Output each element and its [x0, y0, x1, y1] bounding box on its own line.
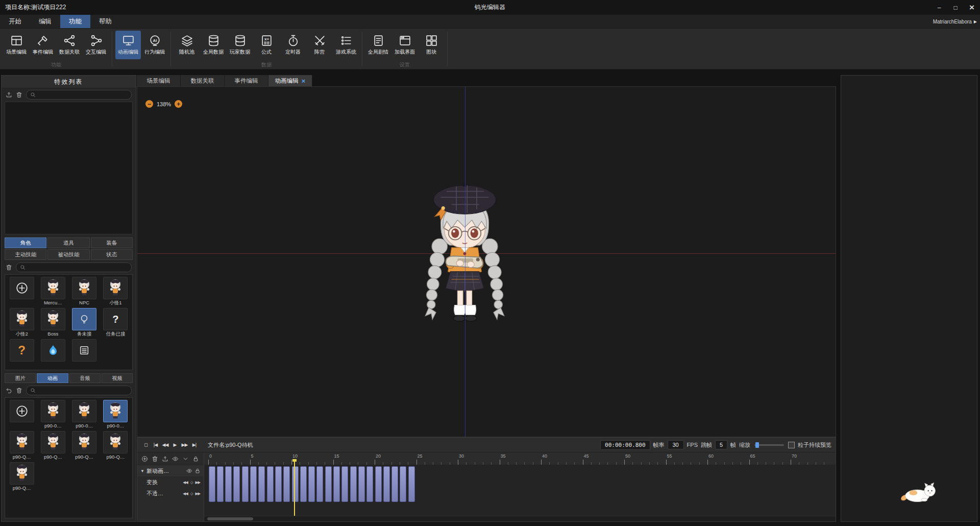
keyframe-area[interactable] [204, 465, 836, 516]
character-item-1[interactable] [7, 277, 36, 306]
menu-item-1[interactable]: 开始 [0, 15, 30, 28]
character-item-6[interactable]: Boss [38, 308, 67, 337]
track-group-header[interactable]: ▼ 新动画… [137, 465, 204, 476]
media-tab-3[interactable]: 音频 [69, 373, 101, 383]
editor-tab-2[interactable]: 数据关联 [181, 75, 225, 86]
next-keyframe-button[interactable]: ▶▶ [194, 480, 201, 485]
loop-icon[interactable]: ◻ [141, 441, 150, 449]
ribbon-button-swords[interactable]: 阵营 [307, 31, 332, 59]
keyframe-bar[interactable] [300, 466, 307, 502]
character-search-box[interactable] [16, 262, 132, 272]
track-row-transform[interactable]: 变换 ◀◀ ◇ ▶▶ [137, 476, 204, 488]
character-item-9[interactable]: ? [7, 339, 36, 368]
animation-item-5[interactable]: p90-Q… [7, 431, 36, 460]
effects-list-empty[interactable] [5, 102, 133, 234]
minimize-button[interactable]: – [931, 0, 947, 15]
media-tab-4[interactable]: 视频 [102, 373, 133, 383]
animation-item-4[interactable]: p90-0… [101, 400, 130, 429]
character-item-2[interactable]: Mercu… [38, 277, 67, 306]
editor-tab-1[interactable]: 场景编辑 [137, 75, 181, 86]
frameskip-input[interactable] [715, 440, 727, 449]
tab-close-icon[interactable]: × [302, 78, 306, 84]
track-row-opacity[interactable]: 不透… ◀◀ ◇ ▶▶ [137, 488, 204, 499]
category-tab-1[interactable]: 角色 [5, 237, 46, 248]
ribbon-button-stopwatch[interactable]: 定时器 [280, 31, 306, 59]
skip-end-icon[interactable]: ▶| [190, 441, 199, 449]
keyframe-bar[interactable] [308, 466, 315, 502]
keyframe-bar[interactable] [333, 466, 340, 502]
eye-icon[interactable] [186, 468, 192, 474]
media-tab-2[interactable]: 动画 [37, 373, 68, 383]
character-item-3[interactable]: NPC [70, 277, 99, 306]
trash-button[interactable] [16, 387, 22, 394]
character-item-7[interactable]: 务未接 [70, 308, 99, 337]
lock-button[interactable] [192, 456, 199, 462]
ribbon-button-tiles[interactable]: 图块 [419, 31, 444, 59]
trash-button[interactable] [16, 91, 22, 98]
character-item-5[interactable]: 小怪2 [7, 308, 36, 337]
close-button[interactable]: × [964, 0, 980, 15]
keyframe-bar[interactable] [408, 466, 415, 502]
character-item-11[interactable] [70, 339, 99, 368]
ribbon-button-ai[interactable]: AI行为编辑 [142, 31, 167, 59]
next-keyframe-button[interactable]: ▶▶ [194, 491, 201, 496]
ribbon-button-share-nodes[interactable]: 交互编辑 [83, 31, 109, 59]
keyframe-bar[interactable] [400, 466, 406, 502]
animation-item-2[interactable]: p90-0… [38, 400, 67, 429]
slider-handle[interactable] [755, 442, 759, 448]
keyframe-bar[interactable] [325, 466, 332, 502]
keyframe-bar[interactable] [366, 466, 373, 502]
media-tab-1[interactable]: 图片 [5, 373, 36, 383]
trash-button[interactable] [6, 264, 12, 271]
prev-keyframe-button[interactable]: ◀◀ [182, 480, 188, 485]
keyframe-bar[interactable] [225, 466, 232, 502]
animation-item-8[interactable]: p90-Q… [101, 431, 130, 460]
chevron-down-button[interactable] [182, 456, 189, 462]
category-tab-3[interactable]: 装备 [91, 237, 133, 248]
playhead[interactable] [294, 459, 295, 516]
character-search-input[interactable] [28, 264, 128, 271]
menu-item-4[interactable]: 帮助 [90, 15, 120, 28]
character-item-4[interactable]: 小怪1 [101, 277, 130, 306]
animation-search-input[interactable] [38, 387, 128, 394]
keyframe-bar[interactable] [267, 466, 274, 502]
undo-button[interactable] [6, 387, 12, 394]
animation-item-3[interactable]: p90-0… [70, 400, 99, 429]
zoom-in-button[interactable]: + [175, 100, 182, 108]
expand-triangle-icon[interactable]: ▼ [140, 469, 144, 473]
play-icon[interactable]: ▶ [170, 441, 179, 449]
keyframe-bar[interactable] [242, 466, 249, 502]
keyframe-bar[interactable] [209, 466, 215, 502]
menu-item-3[interactable]: 功能 [60, 15, 90, 28]
keyframe-bar[interactable] [358, 466, 365, 502]
editor-tab-4[interactable]: 动画编辑× [268, 75, 312, 86]
category-tab-4[interactable]: 主动技能 [5, 249, 46, 260]
keyframe-bar[interactable] [292, 466, 299, 502]
character-tool-icons[interactable] [6, 264, 12, 271]
ribbon-button-script[interactable]: 全局剧情 [365, 31, 391, 59]
animation-item-1[interactable] [7, 400, 36, 429]
user-account-button[interactable]: MatriarchElabora ▶ [933, 19, 977, 25]
ribbon-button-formula[interactable]: x=公式 [254, 31, 279, 59]
keyframe-bar[interactable] [341, 466, 348, 502]
keyframe-bar[interactable] [258, 466, 265, 502]
keyframe-bar[interactable] [233, 466, 240, 502]
keyframe-bar[interactable] [275, 466, 282, 502]
keyframe-bar[interactable] [283, 466, 290, 502]
ribbon-button-player-database[interactable]: 玩家数据 [227, 31, 253, 59]
scrollbar-thumb[interactable] [207, 517, 253, 520]
keyframe-bar[interactable] [350, 466, 357, 502]
trash-button[interactable] [152, 456, 158, 462]
upload-button[interactable] [6, 91, 12, 98]
rewind-icon[interactable]: ◀◀ [161, 441, 169, 449]
fast-forward-icon[interactable]: ▶▶ [180, 441, 189, 449]
framerate-input[interactable] [668, 440, 684, 449]
ribbon-button-database[interactable]: 全局数据 [201, 31, 226, 59]
character-item-8[interactable]: ?任务已接 [101, 308, 130, 337]
keyframe-bar[interactable] [316, 466, 323, 502]
lock-icon[interactable] [194, 468, 201, 474]
upload-button[interactable] [162, 456, 168, 462]
prev-keyframe-button[interactable]: ◀◀ [182, 491, 188, 496]
animation-search-box[interactable] [26, 386, 132, 395]
ribbon-button-link-nodes[interactable]: 数据关联 [57, 31, 82, 59]
